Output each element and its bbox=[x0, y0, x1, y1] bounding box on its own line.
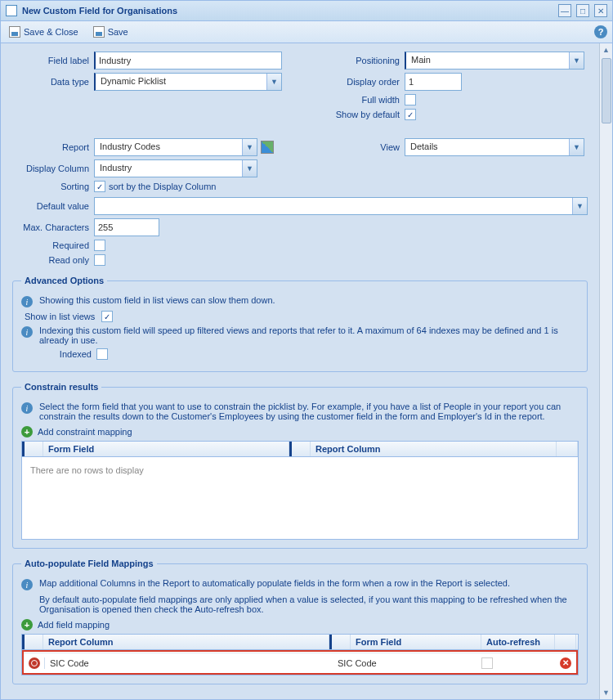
report-lbl: Report bbox=[12, 142, 94, 152]
save-close-label: Save & Close bbox=[24, 27, 78, 37]
readonly-checkbox[interactable] bbox=[94, 254, 105, 266]
constrain-legend: Constrain results bbox=[21, 382, 101, 392]
report-value: Industry Codes bbox=[95, 139, 242, 155]
data-type-select[interactable]: Dynamic Picklist ▼ bbox=[94, 73, 282, 91]
show-in-lists-checkbox[interactable]: ✓ bbox=[101, 311, 113, 322]
report-select[interactable]: Industry Codes ▼ bbox=[94, 138, 257, 156]
autopop-legend: Auto-populate Field Mappings bbox=[21, 559, 157, 568]
show-in-lists-lbl: Show in list views bbox=[21, 312, 101, 321]
disk-icon bbox=[93, 26, 105, 38]
vertical-scrollbar[interactable]: ▲ ▼ bbox=[599, 43, 612, 699]
advanced-legend: Advanced Options bbox=[21, 276, 107, 285]
delete-icon[interactable]: ✕ bbox=[560, 657, 571, 669]
chevron-down-icon[interactable]: ▼ bbox=[569, 52, 584, 69]
save-close-button[interactable]: Save & Close bbox=[6, 25, 82, 39]
max-chars-lbl: Max. Characters bbox=[12, 222, 94, 232]
autopop-info2: By default auto-populate field mappings … bbox=[39, 595, 579, 614]
full-width-checkbox[interactable] bbox=[405, 94, 416, 105]
readonly-lbl: Read only bbox=[12, 255, 94, 265]
row-form-field: SIC Code bbox=[333, 656, 477, 671]
show-default-lbl: Show by default bbox=[323, 110, 405, 119]
app-icon bbox=[6, 5, 17, 16]
top-form: Field label Data type Dynamic Picklist ▼ bbox=[12, 52, 588, 123]
add-mapping-button[interactable]: + Add field mapping bbox=[21, 619, 579, 630]
field-label-lbl: Field label bbox=[12, 56, 94, 65]
default-value-select[interactable]: ▼ bbox=[94, 197, 588, 215]
window-frame: New Custom Field for Organisations — □ ✕… bbox=[0, 0, 613, 700]
save-label: Save bbox=[108, 27, 128, 37]
autopop-grid: Report Column Form Field Auto-refresh SI… bbox=[21, 634, 579, 675]
second-form: Report Industry Codes ▼ Display Column bbox=[12, 138, 588, 195]
info-icon: i bbox=[21, 402, 33, 414]
minimize-button[interactable]: — bbox=[558, 4, 571, 17]
required-checkbox[interactable] bbox=[94, 240, 105, 251]
display-column-select[interactable]: Industry ▼ bbox=[94, 159, 257, 177]
field-label-input[interactable] bbox=[94, 52, 282, 70]
sorting-text: sort by the Display Column bbox=[109, 182, 216, 191]
content-area: Field label Data type Dynamic Picklist ▼ bbox=[1, 43, 599, 699]
display-order-lbl: Display order bbox=[323, 77, 405, 87]
display-column-value: Industry bbox=[95, 160, 242, 177]
chevron-down-icon[interactable]: ▼ bbox=[569, 139, 584, 155]
info-icon: i bbox=[21, 579, 33, 590]
max-chars-input[interactable] bbox=[94, 218, 159, 236]
required-lbl: Required bbox=[12, 240, 94, 250]
show-default-checkbox[interactable]: ✓ bbox=[405, 109, 416, 120]
save-button[interactable]: Save bbox=[90, 25, 132, 39]
autopop-col-form[interactable]: Form Field bbox=[351, 635, 481, 649]
autopop-panel: Auto-populate Field Mappings i Map addit… bbox=[12, 559, 588, 684]
data-type-lbl: Data type bbox=[12, 77, 94, 87]
table-row[interactable]: SIC Code SIC Code ✕ bbox=[24, 653, 576, 672]
advanced-options-panel: Advanced Options i Showing this custom f… bbox=[12, 276, 588, 372]
toolbar: Save & Close Save ? bbox=[1, 21, 612, 43]
autopop-info1: Map additional Columns in the Report to … bbox=[39, 578, 579, 588]
scroll-up-icon[interactable]: ▲ bbox=[600, 43, 612, 56]
chevron-down-icon[interactable]: ▼ bbox=[242, 139, 257, 155]
view-lbl: View bbox=[323, 142, 405, 152]
full-width-lbl: Full width bbox=[323, 95, 405, 105]
view-select[interactable]: Details ▼ bbox=[405, 138, 584, 156]
chevron-down-icon[interactable]: ▼ bbox=[266, 74, 281, 90]
display-column-lbl: Display Column bbox=[12, 164, 94, 173]
info-icon: i bbox=[21, 326, 33, 338]
default-value bbox=[95, 198, 572, 214]
chevron-down-icon[interactable]: ▼ bbox=[242, 160, 257, 177]
info-icon: i bbox=[21, 296, 33, 307]
indexed-lbl: Indexed bbox=[21, 349, 96, 359]
add-constraint-button[interactable]: + Add constraint mapping bbox=[21, 426, 579, 438]
constrain-panel: Constrain results i Select the form fiel… bbox=[12, 382, 588, 549]
constrain-col-report[interactable]: Report Column bbox=[311, 442, 557, 456]
view-value: Details bbox=[405, 139, 569, 155]
titlebar: New Custom Field for Organisations — □ ✕ bbox=[1, 1, 612, 21]
data-type-value: Dynamic Picklist bbox=[96, 74, 266, 90]
constrain-empty: There are no rows to display bbox=[22, 457, 578, 539]
positioning-value: Main bbox=[406, 52, 569, 69]
indexed-checkbox[interactable] bbox=[96, 348, 108, 360]
disk-icon bbox=[9, 26, 20, 38]
positioning-select[interactable]: Main ▼ bbox=[405, 52, 584, 70]
maximize-button[interactable]: □ bbox=[576, 4, 589, 17]
display-order-input[interactable] bbox=[405, 73, 462, 91]
scroll-thumb[interactable] bbox=[602, 58, 611, 123]
gear-icon bbox=[29, 657, 40, 669]
autopop-col-autorefresh[interactable]: Auto-refresh bbox=[481, 635, 555, 649]
constrain-grid: Form Field Report Column There are no ro… bbox=[21, 441, 579, 540]
scroll-down-icon[interactable]: ▼ bbox=[600, 686, 612, 699]
constrain-col-form[interactable]: Form Field bbox=[43, 442, 289, 456]
row-autorefresh-checkbox[interactable] bbox=[481, 657, 493, 669]
cube-icon[interactable] bbox=[261, 141, 274, 154]
autopop-col-report[interactable]: Report Column bbox=[43, 635, 329, 649]
default-value-lbl: Default value bbox=[12, 201, 94, 211]
plus-icon: + bbox=[21, 426, 33, 438]
help-icon[interactable]: ? bbox=[594, 25, 607, 38]
plus-icon: + bbox=[21, 619, 33, 630]
close-button[interactable]: ✕ bbox=[594, 4, 607, 17]
chevron-down-icon[interactable]: ▼ bbox=[572, 198, 587, 214]
constrain-info: Select the form field that you want to u… bbox=[39, 402, 579, 421]
positioning-lbl: Positioning bbox=[323, 56, 405, 65]
sorting-lbl: Sorting bbox=[12, 182, 94, 191]
sorting-checkbox[interactable]: ✓ bbox=[94, 181, 105, 192]
adv-info2: Indexing this custom field will speed up… bbox=[39, 325, 579, 345]
row-report-col: SIC Code bbox=[45, 656, 333, 671]
add-mapping-label: Add field mapping bbox=[38, 620, 110, 630]
